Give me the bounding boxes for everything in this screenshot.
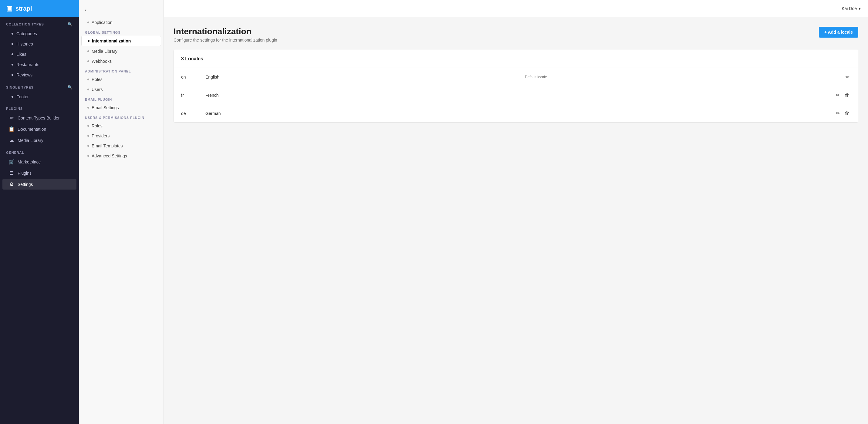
dot-icon <box>11 96 13 98</box>
dot-icon <box>11 74 13 76</box>
dot-icon <box>11 33 13 35</box>
dot-icon <box>87 145 89 147</box>
dot-icon <box>87 107 89 108</box>
sidebar-item-settings[interactable]: ⚙ Settings <box>2 179 76 190</box>
dot-icon <box>11 54 13 55</box>
main-content: Internationalization Configure the setti… <box>164 17 868 424</box>
dot-icon <box>87 50 89 52</box>
chevron-down-icon: ▾ <box>859 6 861 11</box>
nav-item-media-library[interactable]: Media Library <box>81 46 161 56</box>
page-title-group: Internationalization Configure the setti… <box>174 27 277 42</box>
locale-name-fr: French <box>206 93 520 98</box>
sidebar-item-footer[interactable]: Footer <box>2 92 76 102</box>
users-permissions-label: USERS & PERMISSIONS PLUGIN <box>79 113 163 121</box>
nav-panel: ‹ Application GLOBAL SETTINGS Internatio… <box>79 0 164 424</box>
delete-locale-fr-button[interactable]: 🗑 <box>843 91 851 99</box>
sidebar-item-likes[interactable]: Likes <box>2 50 76 59</box>
sidebar: ▣ strapi COLLECTION TYPES 🔍 Categories H… <box>0 0 79 424</box>
add-locale-button[interactable]: + Add a locale <box>819 27 858 38</box>
locale-code-en: en <box>181 75 206 79</box>
back-button[interactable]: ‹ <box>79 5 163 15</box>
nav-item-roles-admin[interactable]: Roles <box>81 75 161 84</box>
strapi-icon: ▣ <box>6 5 12 12</box>
collection-types-label: COLLECTION TYPES 🔍 <box>0 17 79 29</box>
sidebar-item-marketplace[interactable]: 🛒 Marketplace <box>2 157 76 167</box>
cloud-icon: ☁ <box>8 137 14 143</box>
nav-item-advanced-settings[interactable]: Advanced Settings <box>81 151 161 161</box>
nav-item-users[interactable]: Users <box>81 85 161 94</box>
single-types-label: SINGLE TYPES 🔍 <box>0 80 79 92</box>
user-menu[interactable]: Kai Doe ▾ <box>842 6 861 11</box>
sidebar-item-media-library[interactable]: ☁ Media Library <box>2 135 76 145</box>
locale-row-de: de German ✏ 🗑 <box>174 104 858 122</box>
plugins-icon: ☰ <box>8 170 14 176</box>
locale-actions-fr: ✏ 🗑 <box>835 91 851 99</box>
nav-item-roles-permissions[interactable]: Roles <box>81 121 161 131</box>
sidebar-item-reviews[interactable]: Reviews <box>2 70 76 80</box>
sidebar-item-plugins[interactable]: ☰ Plugins <box>2 168 76 178</box>
nav-item-email-settings[interactable]: Email Settings <box>81 103 161 112</box>
nav-item-internationalization[interactable]: Internationalization <box>81 36 161 46</box>
dot-icon <box>87 155 89 157</box>
dot-icon <box>11 64 13 66</box>
locale-code-de: de <box>181 111 206 116</box>
locale-actions-de: ✏ 🗑 <box>835 109 851 118</box>
locale-code-fr: fr <box>181 93 206 98</box>
dot-icon <box>11 43 13 45</box>
nav-item-application[interactable]: Application <box>81 18 161 27</box>
nav-item-webhooks[interactable]: Webhooks <box>81 57 161 66</box>
locale-name-en: English <box>206 75 525 79</box>
locale-row-fr: fr French ✏ 🗑 <box>174 86 858 104</box>
locale-row-en: en English Default locale ✏ <box>174 68 858 86</box>
user-name: Kai Doe <box>842 6 857 11</box>
email-plugin-label: EMAIL PLUGIN <box>79 95 163 102</box>
locale-badge-en: Default locale <box>525 75 844 79</box>
sidebar-item-histories[interactable]: Histories <box>2 39 76 49</box>
edit-locale-de-button[interactable]: ✏ <box>835 109 841 118</box>
marketplace-icon: 🛒 <box>8 159 14 165</box>
sidebar-item-content-types-builder[interactable]: ✏ Content-Types Builder <box>2 112 76 123</box>
dot-icon <box>87 135 89 137</box>
dot-icon <box>87 89 89 90</box>
add-locale-label: + Add a locale <box>824 30 853 35</box>
admin-panel-label: ADMINISTRATION PANEL <box>79 66 163 74</box>
locales-header: 3 Locales <box>174 50 858 68</box>
dot-icon <box>87 78 89 80</box>
page-title: Internationalization <box>174 27 277 36</box>
collection-types-search-icon[interactable]: 🔍 <box>67 22 73 27</box>
edit-locale-en-button[interactable]: ✏ <box>844 73 851 81</box>
pencil-icon: ✏ <box>8 115 14 121</box>
dot-icon <box>88 40 90 42</box>
sidebar-item-restaurants[interactable]: Restaurants <box>2 60 76 69</box>
page-subtitle: Configure the settings for the internati… <box>174 38 277 42</box>
general-label: GENERAL <box>0 146 79 156</box>
nav-item-providers[interactable]: Providers <box>81 131 161 141</box>
sidebar-logo-text: strapi <box>16 5 32 12</box>
plugins-label: PLUGINS <box>0 102 79 112</box>
settings-icon: ⚙ <box>8 182 14 187</box>
locales-card: 3 Locales en English Default locale ✏ fr… <box>174 50 858 123</box>
locale-name-de: German <box>206 111 520 116</box>
sidebar-item-categories[interactable]: Categories <box>2 29 76 38</box>
page-header: Internationalization Configure the setti… <box>174 27 858 42</box>
delete-locale-de-button[interactable]: 🗑 <box>843 109 851 118</box>
document-icon: 📋 <box>8 126 14 132</box>
topbar: Kai Doe ▾ <box>164 0 868 17</box>
global-settings-label: GLOBAL SETTINGS <box>79 28 163 35</box>
locale-actions-en: ✏ <box>844 73 851 81</box>
nav-item-email-templates[interactable]: Email Templates <box>81 141 161 151</box>
dot-icon <box>87 125 89 127</box>
dot-icon <box>87 60 89 62</box>
sidebar-item-documentation[interactable]: 📋 Documentation <box>2 124 76 134</box>
dot-icon <box>87 22 89 23</box>
sidebar-logo: ▣ strapi <box>0 0 79 17</box>
single-types-search-icon[interactable]: 🔍 <box>67 85 73 90</box>
back-icon: ‹ <box>85 7 87 13</box>
edit-locale-fr-button[interactable]: ✏ <box>835 91 841 99</box>
